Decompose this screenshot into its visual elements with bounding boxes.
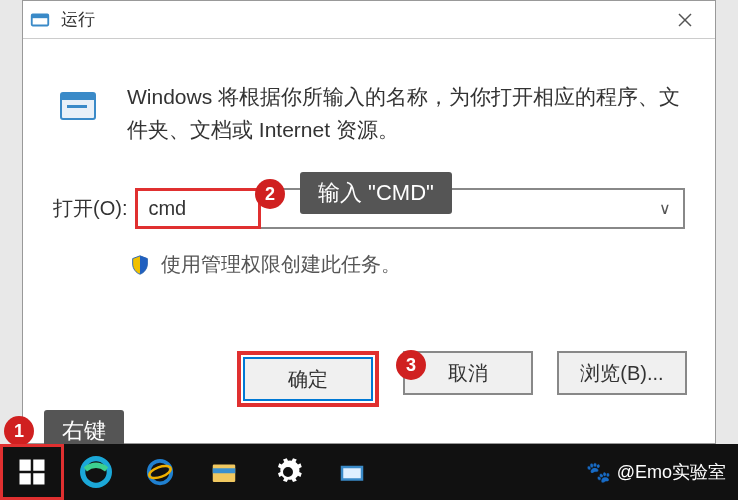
titlebar: 运行 <box>23 1 715 39</box>
svg-rect-17 <box>343 468 361 478</box>
svg-rect-7 <box>20 460 31 471</box>
dialog-buttons: 确定 取消 浏览(B)... <box>237 351 687 407</box>
ok-button-highlight: 确定 <box>237 351 379 407</box>
ie-icon[interactable] <box>128 444 192 500</box>
open-input-highlight <box>135 188 261 229</box>
paw-icon: 🐾 <box>586 460 611 484</box>
annotation-badge-3: 3 <box>396 350 426 380</box>
run-dialog: 运行 Windows 将根据你所输入的名称，为你打开相应的程序、文件夹、文档或 … <box>22 0 716 444</box>
svg-rect-6 <box>67 105 87 108</box>
settings-icon[interactable] <box>256 444 320 500</box>
annotation-badge-2: 2 <box>255 179 285 209</box>
svg-rect-10 <box>33 473 44 484</box>
close-button[interactable] <box>661 2 709 38</box>
watermark: 🐾 @Emo实验室 <box>586 460 738 484</box>
svg-rect-15 <box>213 468 236 473</box>
run-title-icon <box>29 9 51 31</box>
annotation-tooltip-2: 输入 "CMD" <box>300 172 452 214</box>
chevron-down-icon: ∨ <box>659 199 671 218</box>
dialog-title: 运行 <box>61 8 661 31</box>
svg-rect-1 <box>32 14 49 18</box>
svg-rect-5 <box>61 93 95 100</box>
open-label: 打开(O): <box>53 195 127 222</box>
svg-rect-8 <box>33 460 44 471</box>
taskbar: 🐾 @Emo实验室 <box>0 444 738 500</box>
start-button[interactable] <box>0 444 64 500</box>
dialog-body: Windows 将根据你所输入的名称，为你打开相应的程序、文件夹、文档或 Int… <box>23 39 715 298</box>
svg-rect-9 <box>20 473 31 484</box>
ok-button[interactable]: 确定 <box>243 357 373 401</box>
open-input[interactable] <box>148 197 248 220</box>
run-app-icon <box>53 81 105 133</box>
run-taskbar-icon[interactable] <box>320 444 384 500</box>
dialog-description: Windows 将根据你所输入的名称，为你打开相应的程序、文件夹、文档或 Int… <box>127 81 685 146</box>
shield-icon <box>129 254 151 276</box>
edge-icon[interactable] <box>64 444 128 500</box>
admin-text: 使用管理权限创建此任务。 <box>161 251 401 278</box>
browse-button[interactable]: 浏览(B)... <box>557 351 687 395</box>
annotation-badge-1: 1 <box>4 416 34 446</box>
explorer-icon[interactable] <box>192 444 256 500</box>
